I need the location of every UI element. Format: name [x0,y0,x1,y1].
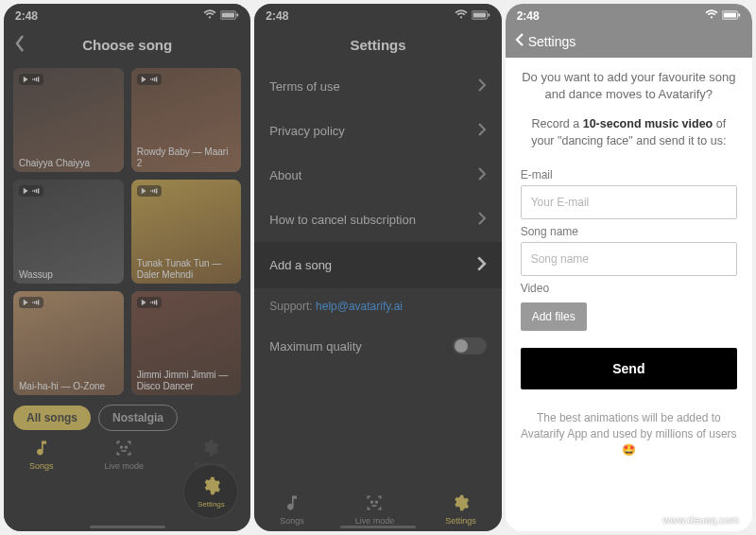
screen-choose-song: 2:48 Choose song Chaiyya Chaiyya Rowdy B… [4,4,250,531]
play-badge-icon [137,74,162,85]
status-bar: 2:48 [254,4,501,28]
row-cancel-subscription[interactable]: How to cancel subscription [254,198,501,242]
svg-rect-9 [150,78,151,79]
music-note-icon [32,439,51,459]
row-label: Privacy policy [269,124,344,138]
svg-marker-3 [24,77,28,82]
status-right [455,9,490,23]
svg-rect-36 [472,13,485,18]
play-badge-icon [19,297,43,308]
svg-rect-19 [150,190,151,191]
wifi-icon [455,9,468,23]
battery-icon [220,9,239,23]
row-terms[interactable]: Terms of use [254,64,501,109]
intro-text: Do you want to add your favourite song a… [521,69,737,103]
tab-live-mode[interactable]: Live mode [355,493,395,526]
svg-rect-4 [32,78,33,79]
song-caption: Chaiyya Chaiyya [19,158,118,169]
scan-face-icon [365,493,384,514]
row-label: Terms of use [269,79,339,94]
tab-settings[interactable]: Settings [445,493,476,526]
email-input[interactable] [521,185,737,219]
song-card[interactable]: Jimmi Jimmi Jimmi — Disco Dancer [131,291,242,395]
song-card[interactable]: Wassup [13,180,124,284]
svg-rect-16 [36,189,37,193]
svg-rect-32 [156,300,157,304]
row-about[interactable]: About [254,153,501,198]
gear-icon [451,493,470,514]
song-card[interactable]: Rowdy Baby — Maari 2 [131,68,242,172]
song-name-label: Song name [521,225,737,238]
tab-songs[interactable]: Songs [280,493,304,526]
max-quality-toggle[interactable] [453,337,487,354]
svg-rect-7 [38,77,39,81]
tab-label: Live mode [355,516,395,526]
tab-songs[interactable]: Songs [29,439,54,471]
tab-live-mode[interactable]: Live mode [104,439,144,471]
svg-rect-29 [150,302,151,302]
status-time: 2:48 [517,9,540,23]
home-indicator [340,526,416,528]
svg-rect-27 [38,300,39,304]
song-card[interactable]: Chaiyya Chaiyya [13,68,124,172]
page-title: Choose song [82,37,172,53]
play-badge-icon [137,185,162,197]
chevron-right-icon [477,122,487,140]
svg-marker-28 [141,300,146,305]
svg-rect-17 [38,188,39,193]
svg-rect-2 [237,13,239,16]
svg-rect-21 [154,189,155,193]
svg-rect-20 [152,190,153,193]
song-card[interactable]: Tunak Tunak Tun — Daler Mehndi [131,180,242,284]
chevron-right-icon [476,255,487,275]
svg-rect-30 [152,302,153,304]
back-label: Settings [528,34,576,49]
screen-add-song-form: 2:48 Settings Do you want to add your fa… [506,4,752,531]
scan-face-icon [114,439,133,459]
row-add-song[interactable]: Add a song [254,242,501,288]
chip-nostalgia[interactable]: Nostalgia [98,405,178,431]
svg-marker-8 [141,77,146,82]
back-button[interactable] [13,34,26,56]
row-label: About [269,168,301,182]
settings-list: Terms of use Privacy policy About How to… [254,60,501,368]
add-files-button[interactable]: Add files [521,302,587,331]
tab-label: Songs [280,516,304,526]
fab-label: Settings [198,500,225,509]
email-label: E-mail [521,168,737,181]
play-badge-icon [19,185,43,197]
svg-point-39 [376,501,378,503]
chip-all-songs[interactable]: All songs [13,406,91,430]
header: Choose song [4,28,250,60]
battery-icon [472,9,490,23]
song-card[interactable]: Mai-ha-hi — O-Zone [13,291,124,395]
settings-fab[interactable]: Settings [184,465,237,518]
send-button[interactable]: Send [521,348,737,389]
support-label: Support: [269,300,316,313]
svg-marker-13 [24,188,28,194]
row-privacy[interactable]: Privacy policy [254,109,501,153]
gear-icon [200,439,219,459]
song-caption: Jimmi Jimmi Jimmi — Disco Dancer [137,370,236,391]
song-name-input[interactable] [521,242,737,276]
screen-settings: 2:48 Settings Terms of use Privacy polic… [254,4,501,531]
svg-rect-15 [34,190,35,193]
svg-rect-11 [154,78,155,81]
status-time: 2:48 [266,9,288,23]
chevron-right-icon [477,166,487,184]
back-row[interactable]: Settings [506,28,752,58]
wifi-icon [203,9,216,23]
row-label: Maximum quality [269,339,362,354]
row-label: Add a song [269,258,332,272]
svg-rect-5 [34,78,35,81]
tab-label: Settings [445,516,476,526]
battery-icon [722,9,741,23]
support-email-link[interactable]: help@avatarify.ai [316,300,403,313]
header: Settings [254,28,501,60]
svg-rect-41 [724,13,736,18]
row-max-quality: Maximum quality [254,324,501,368]
svg-rect-31 [154,301,155,304]
status-right [705,9,741,23]
footnote-text: The best animations will be added to Ava… [521,410,737,457]
tab-label: Songs [29,461,54,471]
